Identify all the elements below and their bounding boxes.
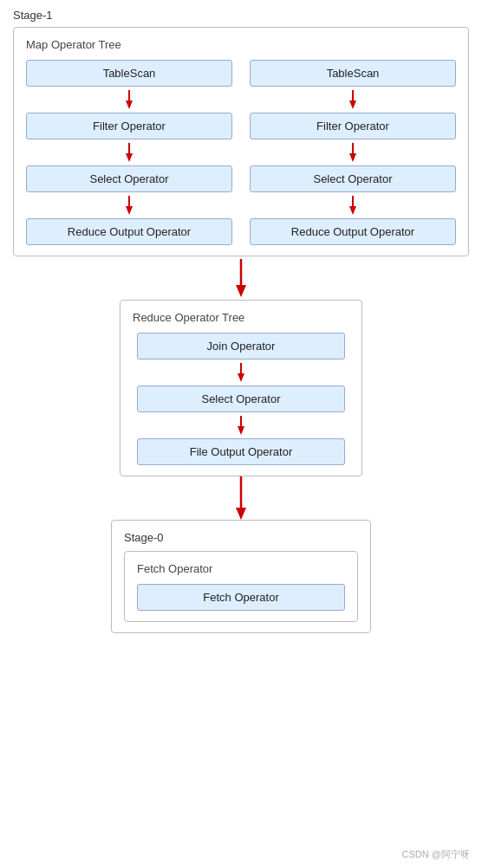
stage0-label: Stage-0 xyxy=(124,531,358,544)
arrow-stage1-to-reduce xyxy=(13,256,469,300)
map-col-1: TableScan Filter Operator Select Operato… xyxy=(26,60,232,245)
map-col-2: TableScan Filter Operator Select Operato… xyxy=(250,60,456,245)
fetch-inner-box: Fetch Operator xyxy=(137,584,345,611)
reduce-arrow-1 xyxy=(234,412,248,438)
col2-arrow-0 xyxy=(250,87,456,113)
map-tree-label: Map Operator Tree xyxy=(26,38,456,51)
col2-arrow-2 xyxy=(250,192,456,218)
svg-marker-19 xyxy=(236,508,246,520)
reduce-node-1: Select Operator xyxy=(137,385,345,412)
col2-node-0: TableScan xyxy=(250,60,456,87)
stage1-section: Stage-1 Map Operator Tree TableScan Filt… xyxy=(13,9,469,256)
col2-node-2: Select Operator xyxy=(250,165,456,192)
svg-marker-17 xyxy=(238,426,244,435)
fetch-inner-node: Fetch Operator xyxy=(137,584,345,611)
col2-node-3: Reduce Output Operator xyxy=(250,218,456,245)
svg-marker-11 xyxy=(349,206,356,215)
col2-arrow-1 xyxy=(250,139,456,165)
stage0-box: Stage-0 Fetch Operator Fetch Operator xyxy=(111,520,371,633)
reduce-tree-section: Reduce Operator Tree Join Operator Selec… xyxy=(13,300,469,476)
svg-marker-13 xyxy=(236,285,246,297)
reduce-operator-tree-box: Reduce Operator Tree Join Operator Selec… xyxy=(120,300,362,476)
map-operator-tree-box: Map Operator Tree TableScan Filter Opera… xyxy=(13,27,469,256)
svg-marker-15 xyxy=(238,373,244,382)
col1-node-3: Reduce Output Operator xyxy=(26,218,232,245)
svg-marker-1 xyxy=(126,100,133,109)
col1-arrow-0 xyxy=(26,87,232,113)
reduce-node-2: File Output Operator xyxy=(137,438,345,465)
col2-node-1: Filter Operator xyxy=(250,113,456,139)
col1-node-2: Select Operator xyxy=(26,165,232,192)
watermark-text: CSDN @阿宁呀 xyxy=(402,848,470,861)
reduce-node-0: Join Operator xyxy=(137,333,345,360)
svg-marker-9 xyxy=(349,153,356,162)
fetch-outer-box: Fetch Operator Fetch Operator xyxy=(124,551,358,622)
reduce-tree-inner: Join Operator Select Operator File Outpu… xyxy=(133,333,349,465)
reduce-arrow-0 xyxy=(234,360,248,385)
col1-node-0: TableScan xyxy=(26,60,232,87)
reduce-tree-label: Reduce Operator Tree xyxy=(133,311,349,324)
stage1-label: Stage-1 xyxy=(13,9,469,22)
map-tree-columns: TableScan Filter Operator Select Operato… xyxy=(26,60,456,245)
fetch-outer-label: Fetch Operator xyxy=(137,562,345,575)
col1-arrow-1 xyxy=(26,139,232,165)
svg-marker-3 xyxy=(126,153,133,162)
svg-marker-5 xyxy=(126,206,133,215)
col1-arrow-2 xyxy=(26,192,232,218)
stage0-section: Stage-0 Fetch Operator Fetch Operator xyxy=(13,520,469,633)
arrow-reduce-to-stage0 xyxy=(13,476,469,520)
col1-node-1: Filter Operator xyxy=(26,113,232,139)
svg-marker-7 xyxy=(349,100,356,109)
